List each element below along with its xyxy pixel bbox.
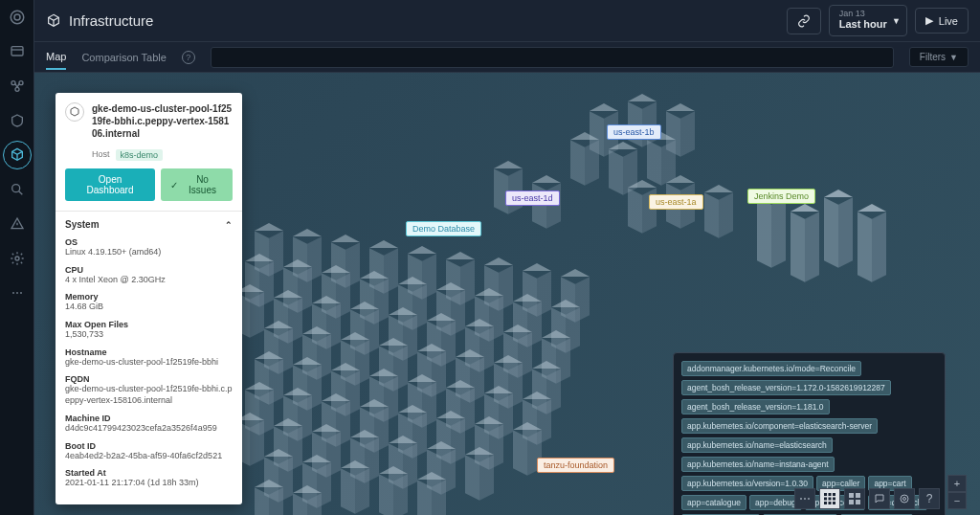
svg-point-7 [15, 257, 19, 260]
nav-applications-icon[interactable] [8, 77, 27, 96]
chevron-up-icon: ⌃ [225, 220, 233, 230]
host-detail-panel: gke-demo-us-cluster-pool-1f2519fe-bbhi.c… [56, 93, 242, 504]
host-node[interactable] [824, 197, 853, 264]
nav-settings-icon[interactable] [8, 249, 27, 268]
tag-chip[interactable]: app.kubernetes.io/component=elasticsearc… [681, 418, 878, 434]
help-icon[interactable]: ? [182, 51, 195, 64]
svg-rect-2 [11, 47, 23, 56]
nav-platforms-icon[interactable] [8, 111, 27, 130]
open-dashboard-button[interactable]: Open Dashboard [65, 168, 155, 201]
svg-rect-14 [824, 498, 827, 501]
section-system-header[interactable]: System ⌃ [56, 212, 242, 237]
tag-chip[interactable]: agent_bosh_release_version=1.181.0 [681, 399, 830, 414]
filters-button[interactable]: Filters ▼ [909, 47, 969, 67]
tag-chip[interactable]: agent_bosh_release_version=1.172.0-15826… [681, 380, 891, 395]
host-node[interactable] [255, 487, 283, 515]
svg-rect-17 [824, 502, 827, 504]
boot-id-label: Boot ID [65, 441, 233, 451]
svg-rect-19 [833, 502, 835, 504]
fqdn-value: gke-demo-us-cluster-pool-1f2519fe-bbhi.c… [65, 384, 233, 406]
svg-rect-15 [829, 498, 832, 501]
host-node[interactable] [417, 480, 446, 515]
tool-large-grid-icon[interactable] [844, 488, 865, 509]
page-title: Infrastructure [46, 12, 153, 29]
tag-row: app.kubernetes.io/component=elasticsearc… [681, 418, 937, 434]
tag-chip[interactable]: app.kubernetes.io/name=instana-agent [681, 457, 835, 472]
memory-value: 14.68 GiB [65, 302, 233, 313]
time-picker-button[interactable]: Jan 13 Last hour ▼ [829, 5, 907, 35]
time-sub: Jan 13 [839, 10, 865, 18]
started-at-label: Started At [65, 468, 233, 478]
svg-rect-11 [824, 493, 827, 496]
nav-logo-icon[interactable] [8, 8, 27, 27]
svg-point-8 [12, 292, 14, 294]
zoom-out-button[interactable]: − [947, 492, 967, 509]
tool-grid-view-icon[interactable] [819, 488, 840, 509]
tool-comment-icon[interactable] [869, 488, 890, 509]
host-node[interactable] [379, 474, 408, 515]
chevron-down-icon: ▼ [892, 16, 901, 26]
host-icon [65, 102, 84, 122]
nav-events-icon[interactable] [8, 214, 27, 234]
svg-point-6 [11, 185, 19, 192]
svg-point-25 [903, 498, 906, 501]
host-node[interactable] [858, 212, 886, 279]
check-icon: ✓ [170, 180, 178, 190]
tool-help-icon[interactable]: ? [919, 488, 940, 509]
region-label-us-east-1b: us-east-1b [607, 124, 661, 140]
live-button[interactable]: ▶ Live [915, 8, 969, 34]
max-open-files-value: 1,530,733 [65, 329, 233, 341]
live-label: Live [939, 15, 958, 27]
host-label: Host [92, 149, 110, 161]
nav-infrastructure-icon[interactable] [8, 146, 27, 165]
tag-row: agent_bosh_release_version=1.172.0-15826… [681, 380, 937, 395]
svg-rect-13 [833, 493, 835, 496]
machine-id-label: Machine ID [65, 414, 233, 423]
host-node[interactable] [341, 468, 369, 510]
map-toolbar: ⋯ ? + − [794, 475, 967, 509]
subheader: Map Comparison Table ? Filters ▼ [34, 42, 980, 73]
svg-rect-20 [849, 493, 854, 498]
region-label-us-east-1d: us-east-1d [505, 190, 560, 206]
host-node[interactable] [791, 212, 819, 279]
play-icon: ▶ [925, 14, 933, 27]
query-input[interactable] [211, 47, 894, 68]
tag-chip[interactable]: addonmanager.kubernetes.io/mode=Reconcil… [681, 361, 861, 376]
host-node[interactable] [293, 493, 322, 515]
boot-id-value: 4eab4ed2-b2a2-45ba-af59-40fa6cf2d521 [65, 451, 233, 462]
header: Infrastructure Jan 13 Last hour ▼ ▶ Live [34, 0, 980, 42]
svg-rect-12 [829, 493, 832, 496]
zoom-in-button[interactable]: + [947, 475, 967, 492]
host-node[interactable] [570, 140, 599, 182]
os-value: Linux 4.19.150+ (amd64) [65, 247, 233, 258]
svg-point-5 [15, 87, 19, 91]
tool-target-icon[interactable] [894, 488, 915, 509]
max-open-files-label: Max Open Files [65, 320, 233, 329]
tab-map[interactable]: Map [46, 45, 66, 70]
tag-chip[interactable]: app.kubernetes.io/name=elasticsearch [681, 437, 833, 453]
region-label-jenkins: Jenkins Demo [747, 189, 815, 204]
svg-point-0 [11, 11, 24, 24]
nav-more-icon[interactable] [8, 283, 27, 302]
host-node[interactable] [757, 197, 786, 264]
no-issues-button[interactable]: ✓ No Issues [161, 168, 233, 201]
host-node[interactable] [465, 455, 494, 497]
tab-comparison-table[interactable]: Comparison Table [81, 46, 166, 69]
chevron-down-icon: ▼ [949, 53, 958, 62]
detail-title: gke-demo-us-cluster-pool-1f2519fe-bbhi.c… [92, 102, 233, 140]
region-label-tanzu: tanzu-foundation [537, 458, 614, 473]
fqdn-label: FQDN [65, 374, 233, 384]
os-label: OS [65, 237, 233, 247]
svg-point-1 [14, 14, 20, 20]
tag-chip[interactable]: app=catalogue [681, 495, 746, 510]
link-button[interactable] [787, 8, 821, 34]
nav-analyze-icon[interactable] [8, 180, 27, 199]
tool-dots-icon[interactable]: ⋯ [794, 488, 815, 509]
svg-rect-21 [856, 493, 860, 498]
tag-row: app.kubernetes.io/name=elasticsearch [681, 437, 937, 453]
svg-rect-23 [856, 500, 860, 504]
nav-websites-icon[interactable] [8, 42, 27, 61]
svg-point-9 [16, 292, 18, 294]
tag-row: addonmanager.kubernetes.io/mode=Reconcil… [681, 361, 937, 376]
host-node[interactable] [704, 192, 733, 235]
